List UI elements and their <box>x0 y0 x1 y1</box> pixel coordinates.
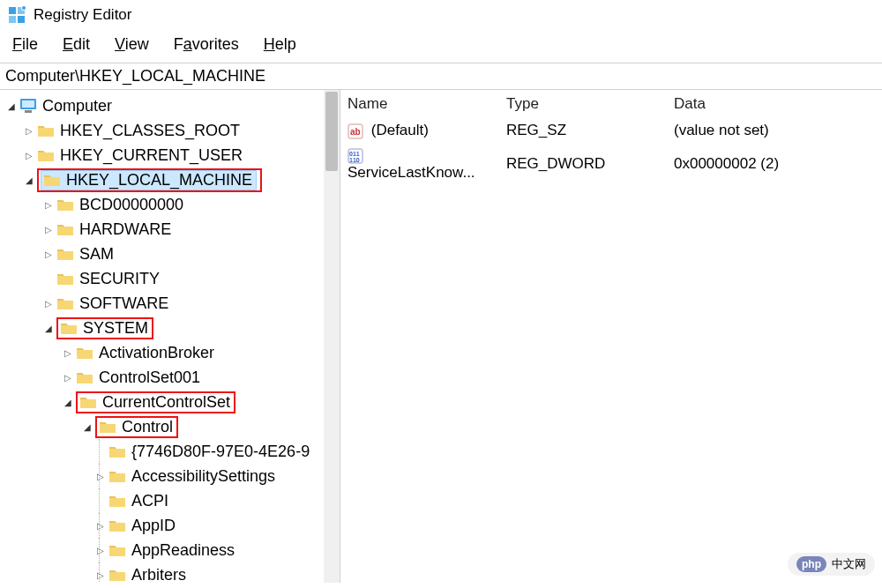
folder-icon <box>60 321 78 335</box>
expand-toggle-icon[interactable] <box>21 151 37 160</box>
folder-icon <box>56 296 74 310</box>
tree-label: ACPI <box>131 492 168 510</box>
window-title: Registry Editor <box>34 6 131 24</box>
expand-toggle-icon[interactable] <box>93 521 108 531</box>
tree-node-accessibility[interactable]: AccessibilitySettings <box>4 464 340 488</box>
tree-pane: Computer HKEY_CLASSES_ROOT HKEY_CURRENT_… <box>0 90 340 583</box>
tree-node-acpi[interactable]: ACPI <box>4 488 340 513</box>
tree-node-security[interactable]: SECURITY <box>4 266 340 291</box>
registry-tree[interactable]: Computer HKEY_CLASSES_ROOT HKEY_CURRENT_… <box>0 90 340 583</box>
menu-favorites[interactable]: Favorites <box>174 35 239 54</box>
tree-label: AppReadiness <box>131 541 235 560</box>
tree-label: HARDWARE <box>79 220 171 239</box>
expand-toggle-icon[interactable] <box>21 126 37 136</box>
value-type: REG_DWORD <box>499 153 667 175</box>
folder-icon <box>37 148 55 162</box>
scrollbar[interactable] <box>324 90 340 583</box>
tree-node-hklm[interactable]: HKEY_LOCAL_MACHINE <box>4 167 340 192</box>
expand-toggle-icon[interactable] <box>41 225 56 234</box>
address-bar[interactable]: Computer\HKEY_LOCAL_MACHINE <box>0 63 882 90</box>
expand-toggle-icon[interactable] <box>60 373 76 383</box>
list-rows: ab (Default) REG_SZ (value not set) 0111… <box>340 118 882 185</box>
expand-toggle-icon[interactable] <box>93 472 108 481</box>
tree-node-activationbroker[interactable]: ActivationBroker <box>4 340 340 365</box>
tree-node-hkcu[interactable]: HKEY_CURRENT_USER <box>4 143 340 167</box>
expand-toggle-icon[interactable] <box>79 422 95 432</box>
expand-toggle-icon[interactable] <box>60 348 76 358</box>
tree-label: SYSTEM <box>83 319 148 338</box>
highlight-box: HKEY_LOCAL_MACHINE <box>37 168 262 192</box>
tree-label: SECURITY <box>79 270 160 288</box>
tree-label: SAM <box>79 245 114 264</box>
expand-toggle-icon[interactable] <box>41 200 56 210</box>
expand-toggle-icon[interactable] <box>41 324 56 333</box>
list-header: Name Type Data <box>340 90 882 118</box>
expand-toggle-icon[interactable] <box>41 249 56 259</box>
column-header-name[interactable]: Name <box>340 90 499 118</box>
tree-node-control[interactable]: Control <box>4 414 340 439</box>
tree-label: Arbiters <box>131 566 186 584</box>
app-icon <box>7 5 26 25</box>
svg-text:ab: ab <box>350 127 361 137</box>
menu-help[interactable]: Help <box>264 35 296 54</box>
value-type: REG_SZ <box>499 120 667 141</box>
value-data: (value not set) <box>667 120 882 141</box>
column-header-data[interactable]: Data <box>667 90 882 118</box>
folder-icon <box>108 568 126 582</box>
expand-toggle-icon[interactable] <box>4 101 19 111</box>
binary-value-icon: 011110 <box>348 148 363 164</box>
selection: HKEY_LOCAL_MACHINE <box>41 170 257 190</box>
tree-node-sam[interactable]: SAM <box>4 242 340 266</box>
watermark-text: 中文网 <box>832 556 866 572</box>
menu-edit[interactable]: Edit <box>63 35 90 54</box>
computer-icon <box>19 98 37 114</box>
folder-icon <box>37 123 55 138</box>
titlebar: Registry Editor <box>0 0 882 30</box>
expand-toggle-icon[interactable] <box>93 570 108 580</box>
tree-node-currentcontrolset[interactable]: CurrentControlSet <box>4 390 340 414</box>
main-content: Computer HKEY_CLASSES_ROOT HKEY_CURRENT_… <box>0 90 882 583</box>
tree-label: HKEY_CURRENT_USER <box>60 146 243 165</box>
menu-view[interactable]: View <box>115 35 149 54</box>
tree-node-software[interactable]: SOFTWARE <box>4 291 340 316</box>
tree-label: HKEY_CLASSES_ROOT <box>60 122 240 140</box>
tree-node-appreadiness[interactable]: AppReadiness <box>4 538 340 562</box>
tree-label: BCD00000000 <box>79 196 183 214</box>
tree-node-system[interactable]: SYSTEM <box>4 316 340 340</box>
menu-file[interactable]: File <box>12 35 38 54</box>
folder-icon <box>108 494 126 508</box>
folder-icon <box>108 518 126 532</box>
tree-node-guid[interactable]: {7746D80F-97E0-4E26-9 <box>4 439 340 464</box>
expand-toggle-icon[interactable] <box>21 175 37 185</box>
tree-label: {7746D80F-97E0-4E26-9 <box>131 443 310 461</box>
list-item[interactable]: ab (Default) REG_SZ (value not set) <box>340 118 882 143</box>
tree-line <box>99 439 100 464</box>
tree-label: SOFTWARE <box>79 294 168 313</box>
folder-icon <box>56 272 74 286</box>
expand-toggle-icon[interactable] <box>41 299 56 309</box>
svg-rect-3 <box>18 16 25 23</box>
highlight-box: Control <box>95 416 178 438</box>
expand-toggle-icon[interactable] <box>60 398 76 407</box>
tree-node-hkcr[interactable]: HKEY_CLASSES_ROOT <box>4 118 340 143</box>
tree-label: ActivationBroker <box>99 344 214 362</box>
svg-rect-2 <box>9 16 16 23</box>
tree-node-computer[interactable]: Computer <box>4 93 340 118</box>
tree-node-arbiters[interactable]: Arbiters <box>4 562 340 583</box>
folder-icon <box>56 247 74 261</box>
highlight-box: CurrentControlSet <box>76 391 235 413</box>
folder-icon <box>56 222 74 236</box>
value-data: 0x00000002 (2) <box>667 153 882 175</box>
svg-rect-8 <box>25 110 32 113</box>
folder-icon <box>108 543 126 557</box>
expand-toggle-icon[interactable] <box>93 546 108 555</box>
list-item[interactable]: 011110 ServiceLastKnow... REG_DWORD 0x00… <box>340 143 882 185</box>
column-header-type[interactable]: Type <box>499 90 667 118</box>
tree-node-controlset001[interactable]: ControlSet001 <box>4 365 340 390</box>
tree-node-bcd[interactable]: BCD00000000 <box>4 192 340 217</box>
tree-node-hardware[interactable]: HARDWARE <box>4 217 340 242</box>
svg-text:110: 110 <box>349 157 360 163</box>
tree-node-appid[interactable]: AppID <box>4 513 340 538</box>
scrollbar-thumb[interactable] <box>325 92 338 171</box>
folder-icon <box>108 469 126 483</box>
